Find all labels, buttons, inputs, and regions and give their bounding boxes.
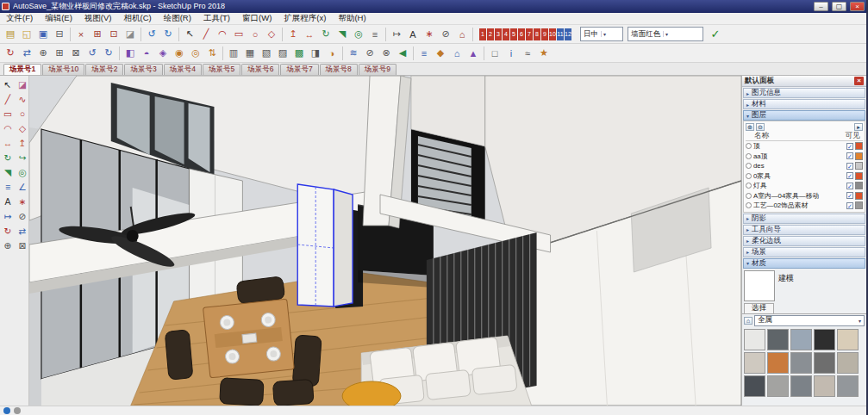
- style-number-button-8[interactable]: 8: [534, 28, 540, 40]
- style-number-button-10[interactable]: 10: [549, 28, 556, 40]
- layer-radio[interactable]: [746, 183, 752, 189]
- model-info-icon[interactable]: i: [503, 46, 519, 61]
- tray-close-icon[interactable]: ×: [854, 77, 864, 85]
- material-swatch-12[interactable]: [767, 375, 789, 397]
- scene-tab-8[interactable]: 场景号7: [280, 64, 318, 75]
- offset-icon[interactable]: ◎: [351, 27, 366, 42]
- layer-row[interactable]: 工艺—02饰品素材✓: [746, 201, 863, 211]
- menu-extensions[interactable]: 扩展程序(x): [278, 13, 332, 24]
- layer-visible-checkbox[interactable]: ✓: [846, 183, 853, 189]
- layer-color-swatch[interactable]: [855, 192, 863, 200]
- material-preview[interactable]: [744, 270, 775, 301]
- orbit-icon[interactable]: ↻: [3, 46, 18, 61]
- style-number-button-4[interactable]: 4: [503, 28, 509, 40]
- rectangle-icon[interactable]: ▭: [231, 27, 247, 42]
- protractor-tool[interactable]: ∠: [16, 180, 29, 194]
- style-number-button-2[interactable]: 2: [487, 28, 494, 40]
- redo-icon[interactable]: ↻: [160, 27, 176, 42]
- dimension-icon[interactable]: ↦: [389, 27, 404, 42]
- tape-measure-icon[interactable]: ≡: [367, 27, 383, 42]
- zoom-tool[interactable]: ⊕: [1, 238, 15, 252]
- style-number-button-9[interactable]: 9: [541, 28, 548, 40]
- layers-detail-button[interactable]: ▸: [854, 123, 863, 131]
- material-swatch-3[interactable]: [790, 329, 812, 350]
- walk-icon[interactable]: ⇅: [204, 46, 220, 61]
- scene-tab-2[interactable]: 场景号10: [42, 64, 84, 75]
- style-number-button-5[interactable]: 5: [510, 28, 517, 40]
- layer-row[interactable]: aa顶✓: [746, 152, 863, 162]
- freehand-tool[interactable]: ∿: [16, 92, 29, 106]
- title-bar[interactable]: AutoSave_某物业样板间修改完稿ok.skp - SketchUp Pro…: [0, 0, 866, 13]
- warehouse-icon[interactable]: ⌂: [454, 27, 470, 42]
- shadows-toggle-icon[interactable]: ◑: [324, 46, 340, 61]
- tape-measure-tool[interactable]: ≡: [1, 180, 15, 194]
- preferences-icon[interactable]: ≈: [520, 46, 535, 61]
- shadow-time-dropdown[interactable]: 日中 ▾: [580, 27, 623, 41]
- section-plane-icon[interactable]: ⊘: [438, 27, 453, 42]
- offset-tool[interactable]: ◎: [16, 165, 29, 179]
- materials-collection-dropdown[interactable]: 全属 ▾: [754, 315, 865, 326]
- maximize-button[interactable]: ▢: [832, 2, 846, 11]
- fog-icon[interactable]: ≋: [346, 46, 361, 61]
- menu-help[interactable]: 帮助(H): [332, 13, 372, 24]
- polygon-icon[interactable]: ◇: [264, 27, 279, 42]
- layer-color-swatch[interactable]: [855, 172, 863, 180]
- position-camera-icon[interactable]: ◉: [172, 46, 187, 61]
- section-cut-icon[interactable]: ⊗: [378, 46, 394, 61]
- scene-tab-5[interactable]: 场景号4: [164, 64, 202, 75]
- rotate-tool[interactable]: ↻: [1, 151, 15, 164]
- layer-color-swatch[interactable]: [855, 201, 863, 209]
- material-swatch-1[interactable]: [744, 329, 765, 350]
- line-icon[interactable]: ╱: [198, 27, 214, 42]
- layer-radio[interactable]: [746, 173, 752, 179]
- open-icon[interactable]: ◱: [19, 27, 34, 42]
- style-number-button-6[interactable]: 6: [518, 28, 525, 40]
- layer-color-swatch[interactable]: [855, 182, 863, 189]
- material-swatch-15[interactable]: [837, 375, 859, 397]
- scene-tab-3[interactable]: 场景号2: [85, 64, 123, 75]
- axes-icon[interactable]: ∗: [422, 27, 437, 42]
- push-pull-icon[interactable]: ↥: [285, 27, 301, 42]
- move-icon[interactable]: ↔: [302, 27, 317, 42]
- menu-window[interactable]: 窗口(W): [236, 13, 278, 24]
- save-icon[interactable]: ▣: [35, 27, 51, 42]
- pan-tool[interactable]: ⇄: [16, 224, 29, 238]
- orbit-tool[interactable]: ↻: [1, 224, 15, 238]
- material-swatch-9[interactable]: [814, 352, 835, 374]
- material-swatch-4[interactable]: [814, 329, 835, 350]
- layer-radio[interactable]: [746, 153, 752, 159]
- layer-visible-checkbox[interactable]: ✓: [846, 163, 853, 170]
- audio-notify-icon[interactable]: ◀: [395, 46, 410, 61]
- section-soften-edges[interactable]: ▸柔化边线: [743, 236, 865, 246]
- zoom-window-icon[interactable]: ⊞: [52, 46, 67, 61]
- cut-icon[interactable]: ×: [73, 27, 89, 42]
- style-number-button-11[interactable]: 11: [557, 28, 564, 40]
- close-button[interactable]: ×: [850, 2, 865, 11]
- arc-icon[interactable]: ◠: [215, 27, 230, 42]
- layer-radio[interactable]: [746, 163, 752, 169]
- textured-icon[interactable]: ▩: [291, 46, 307, 61]
- monochrome-icon[interactable]: ◨: [308, 46, 323, 61]
- section-scenes[interactable]: ▸场景: [743, 247, 865, 257]
- material-swatch-5[interactable]: [837, 329, 859, 350]
- tab-select[interactable]: 选择: [744, 303, 774, 313]
- arc-tool[interactable]: ◠: [1, 121, 15, 135]
- scene-tab-10[interactable]: 场景号9: [359, 64, 397, 75]
- new-file-icon[interactable]: ▤: [3, 27, 18, 42]
- material-swatch-7[interactable]: [767, 352, 789, 374]
- copy-icon[interactable]: ⊞: [90, 27, 105, 42]
- section-entity-info[interactable]: ▸图元信息: [743, 88, 865, 98]
- top-view-icon[interactable]: ◓: [139, 46, 154, 61]
- apply-check-button[interactable]: ✓: [708, 27, 723, 42]
- hidden-line-icon[interactable]: ▧: [259, 46, 274, 61]
- layer-color-swatch[interactable]: [855, 152, 863, 160]
- pan-icon[interactable]: ⇄: [19, 46, 34, 61]
- axes-tool[interactable]: ∗: [16, 195, 29, 208]
- material-swatch-2[interactable]: [767, 329, 789, 350]
- shaded-icon[interactable]: ▨: [275, 46, 290, 61]
- remove-layer-button[interactable]: ⊖: [756, 123, 765, 131]
- material-swatch-13[interactable]: [790, 375, 812, 397]
- home-icon[interactable]: ⌂: [744, 317, 752, 325]
- section-materials[interactable]: ▾ 材质: [743, 258, 865, 269]
- zoom-extents-tool[interactable]: ⊠: [16, 238, 29, 252]
